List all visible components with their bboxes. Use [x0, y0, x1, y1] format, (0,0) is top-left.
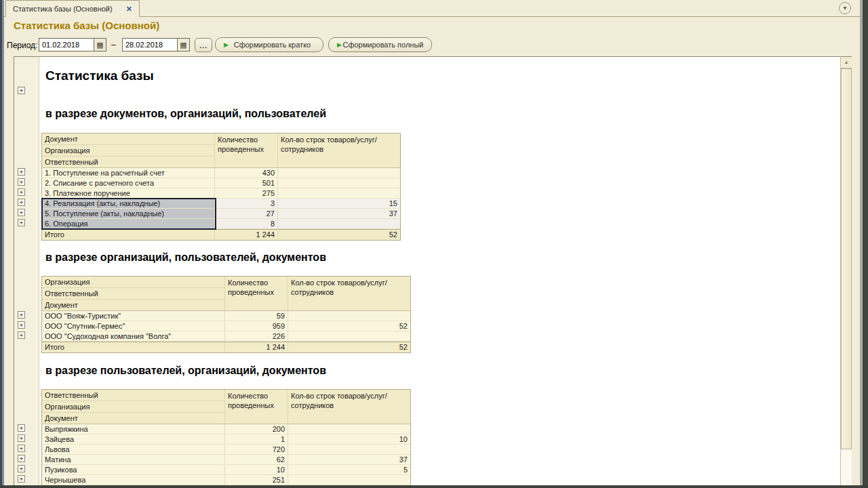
cell-count[interactable]: 226	[225, 331, 288, 341]
cell-count[interactable]: 501	[215, 178, 278, 188]
cell-lines[interactable]: 15	[278, 199, 400, 208]
scrollbar-thumb[interactable]	[841, 68, 852, 449]
cell-label[interactable]: Выпряжкина	[42, 424, 225, 434]
cell-label[interactable]: 3. Платежное поручение	[42, 188, 215, 198]
expand-icon[interactable]: +	[18, 465, 25, 472]
cell-lines[interactable]	[288, 311, 410, 321]
cell-label[interactable]: 6. Операция	[42, 219, 215, 228]
cell-count[interactable]: 10	[225, 465, 288, 474]
cell-label[interactable]: 4. Реализация (акты, накладные)	[42, 199, 215, 208]
expand-icon[interactable]: +	[18, 87, 25, 94]
header-cell[interactable]: Документ	[42, 300, 224, 310]
close-icon[interactable]: ✕	[125, 5, 134, 14]
cell-lines[interactable]	[278, 219, 400, 228]
header-cell[interactable]: Организация	[42, 401, 224, 413]
section-heading[interactable]: в разрезе организаций, пользователей, до…	[45, 251, 326, 264]
cell-lines[interactable]	[288, 475, 410, 485]
expand-icon[interactable]: +	[18, 321, 25, 329]
header-cell[interactable]: Документ	[42, 413, 224, 424]
cell-lines[interactable]	[278, 188, 400, 198]
expand-icon[interactable]: +	[18, 168, 25, 176]
cell-count[interactable]: 430	[215, 168, 278, 178]
cell-label[interactable]: Зайцева	[42, 434, 225, 444]
header-cell[interactable]: Ответственный	[42, 390, 224, 401]
expand-icon[interactable]: +	[18, 178, 25, 186]
cell-label[interactable]: Пузикова	[42, 465, 225, 474]
cell-count[interactable]: 275	[215, 188, 278, 198]
cell-count[interactable]: 251	[225, 475, 288, 485]
cell-count[interactable]: 1	[225, 434, 288, 444]
cell-lines[interactable]: 37	[278, 209, 400, 218]
expand-icon[interactable]: +	[18, 475, 25, 483]
cell-lines[interactable]: 52	[288, 342, 410, 352]
cell-count[interactable]: 200	[225, 424, 288, 434]
cell-count[interactable]: 1 244	[215, 230, 278, 240]
expand-icon[interactable]: +	[18, 445, 25, 452]
header-cell[interactable]: Количество проведенных	[225, 390, 288, 424]
expand-icon[interactable]: +	[18, 199, 25, 206]
header-cell[interactable]: Организация	[42, 145, 214, 157]
expand-icon[interactable]: +	[18, 209, 25, 216]
cell-lines[interactable]	[278, 168, 400, 178]
cell-label[interactable]: Чернышева	[42, 475, 225, 485]
cell-label[interactable]: ООО "Вояж-Туристик"	[42, 311, 225, 321]
cell-lines[interactable]: 5	[288, 465, 410, 474]
header-cell[interactable]: Количество проведенных	[215, 134, 278, 167]
cell-count[interactable]: 62	[225, 455, 288, 464]
cell-lines[interactable]: 52	[288, 321, 410, 331]
date-to-input[interactable]	[123, 39, 177, 51]
report-title[interactable]: Статистика базы	[45, 68, 154, 83]
header-cell[interactable]: Ответственный	[42, 157, 214, 167]
generate-full-button[interactable]: ▶ Сформировать полный	[328, 37, 432, 52]
header-cell[interactable]: Кол-во строк товаров/услуг/сотрудников	[278, 134, 400, 167]
cell-label[interactable]: Львова	[42, 445, 225, 454]
cell-label[interactable]: 2. Списание с расчетного счета	[42, 178, 215, 188]
expand-icon[interactable]: +	[18, 188, 25, 196]
cell-lines[interactable]	[288, 331, 410, 341]
header-cell[interactable]: Организация	[42, 277, 224, 288]
cell-lines[interactable]	[288, 424, 410, 434]
cell-lines[interactable]: 52	[278, 230, 400, 240]
cell-count[interactable]: 1 244	[225, 342, 288, 352]
expand-icon[interactable]: +	[18, 311, 25, 319]
cell-label[interactable]: ООО "Судоходная компания "Волга"	[42, 331, 225, 341]
period-more-button[interactable]: ...	[195, 38, 212, 52]
cell-label[interactable]: 1. Поступление на расчетный счет	[42, 168, 215, 178]
cell-count[interactable]: 720	[225, 445, 288, 454]
cell-count[interactable]: 8	[215, 219, 278, 228]
header-cell[interactable]: Ответственный	[42, 288, 224, 300]
header-cell[interactable]: Кол-во строк товаров/услуг/сотрудников	[288, 390, 410, 424]
generate-brief-button[interactable]: ▶ Сформировать кратко	[215, 37, 323, 52]
date-from-input[interactable]	[39, 39, 94, 51]
cell-label[interactable]: Матина	[42, 455, 225, 464]
cell-count[interactable]: 27	[215, 209, 278, 218]
header-cell[interactable]: Кол-во строк товаров/услуг/сотрудников	[288, 277, 410, 310]
header-cell[interactable]: Документ	[42, 134, 214, 145]
header-cell[interactable]: Количество проведенных	[225, 277, 288, 310]
cell-count[interactable]: 959	[225, 321, 288, 331]
cell-lines[interactable]: 37	[288, 455, 410, 464]
section-heading[interactable]: в разрезе пользователей, организаций, до…	[45, 365, 326, 377]
cell-count[interactable]: 3	[215, 199, 278, 208]
scroll-up-icon[interactable]: ▲	[841, 57, 852, 68]
expand-icon[interactable]: +	[18, 331, 25, 339]
cell-label[interactable]: Итого	[42, 230, 215, 240]
expand-icon[interactable]: +	[18, 424, 25, 432]
window-list-button[interactable]: ▾	[839, 2, 851, 14]
cell-label[interactable]: 5. Поступление (акты, накладные)	[42, 209, 215, 218]
cell-count[interactable]: 59	[225, 311, 288, 321]
section-heading[interactable]: в разрезе документов, организаций, польз…	[45, 108, 326, 120]
calendar-icon[interactable]: ▦	[177, 39, 189, 51]
cell-lines[interactable]: 10	[288, 434, 410, 444]
tab-statistics[interactable]: Статистика базы (Основной) ✕	[5, 0, 140, 17]
vertical-scrollbar[interactable]: ▲	[840, 56, 852, 488]
cell-lines[interactable]	[288, 445, 410, 454]
cell-label[interactable]: ООО "Спутник-Гермес"	[42, 321, 225, 331]
expand-icon[interactable]: +	[18, 219, 25, 226]
expand-icon[interactable]: +	[18, 455, 25, 462]
cell-lines[interactable]	[278, 178, 400, 188]
chevron-down-icon: ▾	[843, 4, 846, 12]
expand-icon[interactable]: +	[18, 434, 25, 442]
calendar-icon[interactable]: ▦	[94, 39, 106, 51]
cell-label[interactable]: Итого	[42, 342, 225, 352]
